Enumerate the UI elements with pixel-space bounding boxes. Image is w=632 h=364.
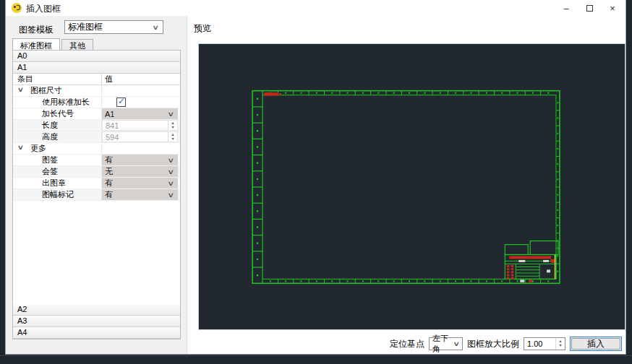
tab-bar: 标准图框 其他 — [12, 39, 95, 51]
spin-down-icon: ▾ — [171, 126, 174, 130]
countersign-dropdown[interactable]: 无 ∨ — [102, 166, 178, 177]
list-item-a4[interactable]: A4 — [13, 327, 180, 339]
minimize-icon: – — [563, 3, 568, 14]
spinner-arrows[interactable]: ▴▾ — [168, 121, 177, 130]
preview-label: 预览 — [194, 22, 211, 35]
list-item-a1[interactable]: A1 — [13, 62, 180, 74]
plot-stamp-dropdown[interactable]: 有 ∨ — [102, 178, 178, 188]
maximize-icon — [586, 5, 593, 12]
tab-standard-frame[interactable]: 标准图框 — [12, 38, 60, 51]
footer-bar: 定位基点 左下角 ∨ 图框放大比例 1.00 ▴▾ 插入 — [187, 336, 625, 352]
titleblock-dropdown[interactable]: 有 ∨ — [102, 155, 178, 165]
check-icon: ✓ — [118, 96, 125, 106]
prop-row-use-standard-lengthen: 使用标准加长 ✓ — [13, 97, 180, 108]
spinner-arrows[interactable]: ▴▾ — [168, 132, 177, 142]
standard-lengthen-checkbox[interactable]: ✓ — [116, 98, 126, 107]
preview-canvas — [199, 44, 625, 329]
scale-spinner[interactable]: 1.00 ▴▾ — [524, 337, 565, 350]
frame-size-list: A0 A1 条目 值 ∨ 图框尺寸 使用标准加长 — [12, 50, 181, 339]
list-item-a0[interactable]: A0 — [13, 51, 180, 62]
template-label: 图签模板 — [19, 24, 54, 36]
lengthen-code-dropdown[interactable]: A1 ∨ — [102, 108, 178, 119]
list-item-a2[interactable]: A2 — [13, 304, 180, 316]
template-combobox[interactable]: 标准图框 ∨ — [64, 20, 163, 34]
titlebar[interactable]: 插入图框 – × — [6, 0, 625, 16]
height-spinner[interactable]: 594 ▴▾ — [102, 131, 178, 142]
scale-label: 图框放大比例 — [467, 338, 519, 350]
chevron-down-icon: ∨ — [168, 157, 175, 164]
tab-other[interactable]: 其他 — [61, 39, 93, 51]
prop-row-sheet-mark: 图幅标记 有 ∨ — [13, 189, 180, 201]
base-point-combobox[interactable]: 左下角 ∨ — [429, 337, 463, 350]
prop-row-plot-stamp: 出图章 有 ∨ — [13, 178, 180, 189]
chevron-down-icon: ∨ — [168, 191, 175, 199]
group-row-frame-size[interactable]: ∨ 图框尺寸 — [13, 85, 180, 97]
list-item-a3[interactable]: A3 — [13, 316, 180, 327]
chevron-down-icon: ∨ — [153, 24, 160, 31]
left-panel: 图签模板 标准图框 ∨ 标准图框 其他 A0 A1 条目 值 ∨ — [6, 16, 187, 354]
collapse-icon[interactable]: ∨ — [17, 86, 24, 93]
sheet-mark-dropdown[interactable]: 有 ∨ — [102, 189, 178, 200]
spin-down-icon: ▾ — [559, 344, 561, 348]
chevron-down-icon: ∨ — [168, 110, 175, 118]
close-button[interactable]: × — [601, 0, 624, 16]
close-icon: × — [610, 3, 615, 14]
spinner-arrows[interactable]: ▴▾ — [555, 338, 565, 350]
chevron-down-icon: ∨ — [168, 168, 175, 176]
property-grid: 条目 值 ∨ 图框尺寸 使用标准加长 ✓ — [13, 74, 180, 202]
chevron-down-icon: ∨ — [453, 340, 461, 347]
grid-header-row: 条目 值 — [13, 74, 180, 85]
prop-row-height: 高度 594 ▴▾ — [13, 131, 180, 143]
prop-row-length: 长度 841 ▴▾ — [13, 120, 180, 131]
minimize-button[interactable]: – — [555, 0, 578, 16]
app-icon — [12, 3, 22, 13]
collapse-icon[interactable]: ∨ — [17, 144, 24, 151]
prop-row-countersign: 会签 无 ∨ — [13, 166, 180, 178]
maximize-button[interactable] — [578, 0, 601, 16]
base-point-label: 定位基点 — [390, 338, 424, 350]
prop-row-titleblock: 图签 有 ∨ — [13, 155, 180, 166]
chevron-down-icon: ∨ — [168, 180, 175, 187]
grid-header-item: 条目 — [17, 74, 33, 84]
dialog-title: 插入图框 — [26, 3, 61, 15]
length-spinner[interactable]: 841 ▴▾ — [102, 120, 178, 131]
template-combobox-value: 标准图框 — [68, 21, 153, 33]
insert-button[interactable]: 插入 — [570, 337, 622, 351]
right-panel: 预览 定位基点 左下角 ∨ 图框放大比例 1.00 ▴▾ 插入 — [187, 16, 625, 354]
insert-frame-dialog: 插入图框 – × 图签模板 标准图框 ∨ 标准图框 其他 A0 A1 — [5, 0, 626, 355]
prop-row-lengthen-code: 加长代号 A1 ∨ — [13, 108, 180, 120]
list-empty-area — [13, 202, 180, 304]
grid-header-value: 值 — [105, 74, 113, 84]
desktop-background: 插入图框 – × 图签模板 标准图框 ∨ 标准图框 其他 A0 A1 — [0, 0, 632, 364]
preview-panel — [198, 43, 625, 330]
group-row-more[interactable]: ∨ 更多 — [13, 143, 180, 155]
spin-down-icon: ▾ — [171, 137, 174, 142]
